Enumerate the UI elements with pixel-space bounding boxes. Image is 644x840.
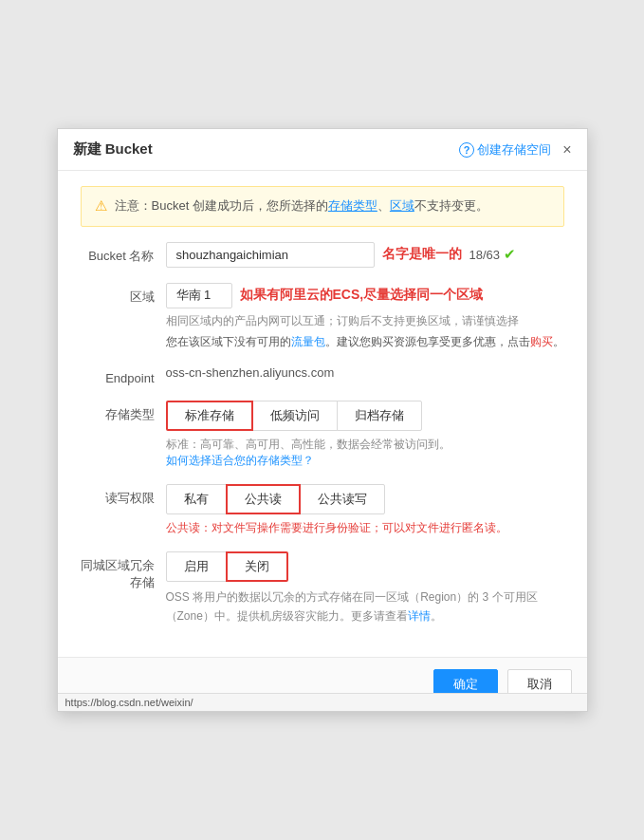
storage-type-content: 标准存储 低频访问 归档存储 标准：高可靠、高可用、高性能，数据会经常被访问到。… — [166, 401, 564, 469]
storage-help-link[interactable]: 如何选择适合您的存储类型？ — [166, 454, 314, 467]
region-input[interactable] — [166, 283, 232, 308]
rw-note: 公共读：对文件写操作需要进行身份验证；可以对文件进行匿名读。 — [166, 520, 564, 536]
region-annotation: 如果有阿里云的ECS,尽量选择同一个区域 — [240, 287, 484, 304]
redundancy-label: 同城区域冗余存储 — [81, 551, 166, 591]
storage-type-link[interactable]: 存储类型 — [328, 198, 377, 213]
modal-header: 新建 Bucket ? 创建存储空间 × — [58, 129, 587, 171]
close-button[interactable]: × — [562, 142, 571, 158]
endpoint-value: oss-cn-shenzhen.aliyuncs.com — [166, 360, 335, 380]
modal-title: 新建 Bucket — [73, 140, 153, 159]
region-row: 区域 如果有阿里云的ECS,尽量选择同一个区域 相同区域内的产品内网可以互通；订… — [81, 283, 564, 350]
redundancy-content: 启用 关闭 OSS 将用户的数据以冗余的方式存储在同一区域（Region）的 3… — [166, 551, 564, 626]
check-icon: ✔ — [504, 246, 516, 263]
endpoint-content: oss-cn-shenzhen.aliyuncs.com — [166, 365, 564, 380]
modal-overlay: 新建 Bucket ? 创建存储空间 × ⚠ 注意：Bucket 创建成功后，您… — [0, 0, 644, 840]
storage-archive-button[interactable]: 归档存储 — [337, 401, 422, 431]
warning-icon: ⚠ — [95, 197, 107, 215]
warning-box: ⚠ 注意：Bucket 创建成功后，您所选择的存储类型、区域不支持变更。 — [81, 186, 564, 227]
bucket-name-input[interactable] — [166, 242, 375, 268]
redundancy-disable-button[interactable]: 关闭 — [226, 551, 288, 582]
rw-label: 读写权限 — [81, 484, 166, 507]
modal-dialog: 新建 Bucket ? 创建存储空间 × ⚠ 注意：Bucket 创建成功后，您… — [57, 128, 588, 712]
modal-body: ⚠ 注意：Bucket 创建成功后，您所选择的存储类型、区域不支持变更。 Buc… — [58, 186, 587, 657]
storage-hint: 标准：高可靠、高可用、高性能，数据会经常被访问到。 — [166, 437, 564, 453]
rw-public-readwrite-button[interactable]: 公共读写 — [300, 484, 385, 514]
redundancy-enable-button[interactable]: 启用 — [166, 551, 227, 582]
modal-header-right: ? 创建存储空间 × — [459, 141, 571, 159]
redundancy-detail-link[interactable]: 详情 — [408, 609, 431, 623]
warning-text: 注意：Bucket 创建成功后，您所选择的存储类型、区域不支持变更。 — [115, 196, 488, 216]
rw-content: 私有 公共读 公共读写 公共读：对文件写操作需要进行身份验证；可以对文件进行匿名… — [166, 484, 564, 536]
question-icon: ? — [459, 142, 474, 158]
bucket-name-label: Bucket 名称 — [81, 242, 166, 265]
storage-infrequent-button[interactable]: 低频访问 — [252, 401, 338, 431]
endpoint-row: Endpoint oss-cn-shenzhen.aliyuncs.com — [81, 365, 564, 385]
url-bar: https://blog.csdn.net/weixin/ — [58, 693, 587, 711]
storage-type-label: 存储类型 — [81, 401, 166, 423]
bucket-name-row: Bucket 名称 名字是唯一的 18/63 ✔ — [81, 242, 564, 268]
help-label: 创建存储空间 — [477, 141, 551, 159]
help-link[interactable]: ? 创建存储空间 — [459, 141, 551, 159]
bucket-name-annotation: 名字是唯一的 — [382, 246, 462, 263]
storage-type-row: 存储类型 标准存储 低频访问 归档存储 标准：高可靠、高可用、高性能，数据会经常… — [81, 401, 564, 469]
storage-type-btn-group: 标准存储 低频访问 归档存储 — [166, 401, 564, 431]
redundancy-btn-group: 启用 关闭 — [166, 551, 564, 582]
region-content: 如果有阿里云的ECS,尽量选择同一个区域 相同区域内的产品内网可以互通；订购后不… — [166, 283, 564, 350]
rw-private-button[interactable]: 私有 — [166, 484, 227, 514]
redundancy-row: 同城区域冗余存储 启用 关闭 OSS 将用户的数据以冗余的方式存储在同一区域（R… — [81, 551, 564, 626]
region-hint2: 您在该区域下没有可用的流量包。建议您购买资源包享受更多优惠，点击购买。 — [166, 334, 564, 350]
buy-link[interactable]: 购买 — [530, 335, 553, 348]
rw-btn-group: 私有 公共读 公共读写 — [166, 484, 564, 514]
region-hint1: 相同区域内的产品内网可以互通；订购后不支持更换区域，请谨慎选择 — [166, 312, 564, 330]
traffic-pkg-link[interactable]: 流量包 — [291, 335, 325, 348]
char-count: 18/63 ✔ — [469, 246, 517, 263]
rw-permission-row: 读写权限 私有 公共读 公共读写 公共读：对文件写操作需要进行身份验证；可以对文… — [81, 484, 564, 536]
region-label: 区域 — [81, 283, 166, 306]
rw-public-read-button[interactable]: 公共读 — [226, 484, 301, 514]
storage-standard-button[interactable]: 标准存储 — [166, 401, 253, 431]
region-link[interactable]: 区域 — [390, 198, 414, 213]
redundancy-hint: OSS 将用户的数据以冗余的方式存储在同一区域（Region）的 3 个可用区 … — [166, 588, 564, 626]
endpoint-label: Endpoint — [81, 365, 166, 385]
bucket-name-content: 名字是唯一的 18/63 ✔ — [166, 242, 564, 268]
